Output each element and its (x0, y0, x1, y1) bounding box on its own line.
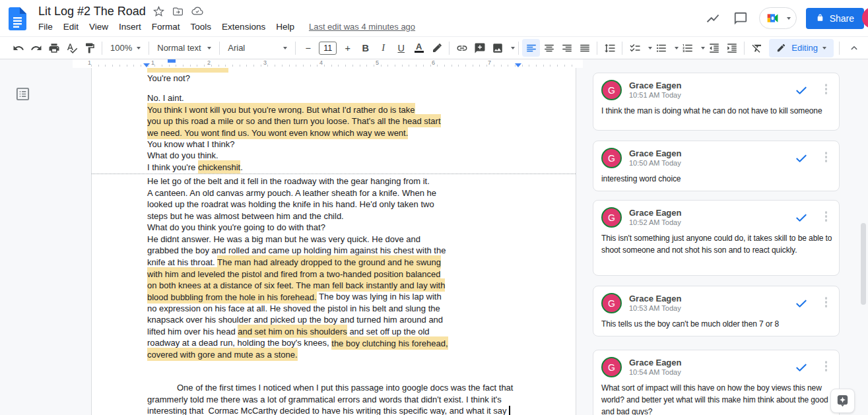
comment-options-button[interactable] (824, 150, 829, 164)
print-button[interactable] (45, 39, 63, 57)
insert-link-button[interactable] (453, 39, 471, 57)
resolve-comment-button[interactable] (794, 83, 809, 98)
comment-timestamp: 10:51 AM Today (629, 91, 682, 100)
numbered-list-button[interactable] (679, 39, 696, 57)
decrease-font-size-button[interactable]: − (299, 39, 317, 57)
comment-card[interactable]: GGrace Eagen10:52 AM TodayThis isn't som… (593, 200, 840, 276)
font-select[interactable]: Arial (223, 40, 292, 57)
comment-timestamp: 10:50 AM Today (629, 159, 682, 168)
resolve-comment-button[interactable] (794, 296, 809, 311)
paragraph-styles-select[interactable]: Normal text (152, 40, 216, 57)
decrease-indent-button[interactable] (705, 39, 723, 57)
left-margin-marker[interactable] (143, 63, 150, 67)
doc-line: A canteen. An old canvas army pouch. A l… (92, 187, 576, 199)
highlighted-text: covered with gore and mute as a stone. (147, 348, 298, 361)
resolve-comment-button[interactable] (794, 360, 809, 375)
doc-line: You know what I think? (92, 139, 576, 150)
ruler-number: 3 (263, 60, 267, 66)
highlight-color-button[interactable] (428, 39, 446, 57)
doc-line: No. I aint. (92, 92, 576, 104)
comment-timestamp: 10:53 AM Today (629, 304, 682, 313)
highlighted-text: blood bubbling from the hole in his fore… (147, 290, 317, 303)
bold-button[interactable]: B (356, 39, 374, 57)
resolve-comment-button[interactable] (794, 210, 809, 225)
chevron-down-icon (137, 47, 141, 49)
increase-font-size-button[interactable]: + (339, 39, 356, 57)
docs-logo-icon[interactable] (9, 7, 26, 30)
underline-button[interactable]: U (392, 39, 410, 57)
comment-options-button[interactable] (824, 82, 829, 96)
ruler[interactable]: 11234567 (73, 59, 583, 68)
redo-button[interactable] (27, 39, 45, 57)
resolve-comment-button[interactable] (794, 151, 809, 166)
menu-tools[interactable]: Tools (185, 20, 217, 34)
comment-card[interactable]: GGrace Eagen10:53 AM TodayThis tells us … (593, 286, 840, 336)
cloud-saved-icon[interactable] (191, 5, 203, 17)
paint-format-button[interactable] (81, 39, 98, 57)
right-margin-marker[interactable] (515, 63, 521, 67)
commenter-avatar: G (601, 207, 622, 228)
meet-call-button[interactable] (759, 7, 797, 29)
bulleted-list-button[interactable] (652, 39, 670, 57)
increase-indent-button[interactable] (723, 39, 741, 57)
menu-bar: FileEditViewInsertFormatToolsExtensionsH… (38, 20, 300, 34)
align-center-button[interactable] (540, 39, 558, 57)
zoom-select[interactable]: 100% (106, 40, 145, 57)
text-color-button[interactable]: A (410, 39, 428, 57)
first-line-indent-marker[interactable] (168, 59, 176, 63)
menu-help[interactable]: Help (271, 20, 300, 34)
chevron-down-icon[interactable] (511, 47, 515, 49)
ruler-number: 4 (319, 60, 323, 66)
highlighted-text: on both knees at a distance of six feet.… (147, 278, 445, 292)
activity-icon[interactable] (704, 9, 722, 28)
clear-formatting-button[interactable] (748, 39, 766, 57)
insert-image-button[interactable] (488, 39, 506, 57)
toolbar-divider (149, 42, 149, 55)
menu-insert[interactable]: Insert (114, 20, 147, 34)
comment-options-button[interactable] (824, 360, 829, 373)
undo-button[interactable] (9, 39, 27, 57)
comment-card[interactable]: GGrace Eagen10:54 AM TodayWhat sort of i… (593, 350, 840, 415)
ruler-number: 5 (376, 60, 379, 66)
spellcheck-button[interactable] (63, 39, 81, 57)
mode-button[interactable]: Editing (769, 39, 834, 57)
open-comments-icon[interactable] (731, 9, 750, 28)
menu-view[interactable]: View (84, 20, 114, 34)
highlighted-text: and set him on his shoulders (238, 325, 347, 338)
move-folder-icon[interactable] (172, 5, 184, 17)
check-icon (795, 297, 808, 310)
comment-card[interactable]: GGrace Eagen10:50 AM Todayinteresting wo… (593, 141, 840, 191)
align-right-button[interactable] (558, 39, 576, 57)
add-comment-button[interactable] (471, 39, 488, 57)
last-edit-link[interactable]: Last edit was 4 minutes ago (309, 22, 415, 32)
toolbar-divider (744, 42, 745, 55)
share-button[interactable]: Share (806, 8, 864, 29)
document-page[interactable]: You're not?No. I aint.You think I wont k… (91, 68, 576, 415)
sparkle-marker-button[interactable] (830, 389, 855, 413)
scrollbar-thumb[interactable] (861, 223, 866, 305)
star-icon[interactable] (153, 5, 165, 17)
highlighted-text: you up this road a mile or so and then t… (147, 114, 441, 127)
checklist-button[interactable] (626, 39, 644, 57)
doc-line: steps but he was almost between him and … (92, 210, 576, 222)
comment-options-button[interactable] (824, 296, 829, 309)
doc-line: knife at his throat. The man had already… (92, 257, 576, 269)
doc-line (92, 371, 576, 382)
align-left-button[interactable] (522, 39, 540, 57)
line-spacing-button[interactable] (601, 39, 618, 57)
doc-line: with him and leveled the pistol and fire… (92, 268, 576, 280)
comment-options-button[interactable] (824, 210, 829, 223)
document-title[interactable]: Lit Log #2 The Road (38, 5, 146, 18)
doc-line (92, 84, 576, 92)
collapse-toolbar-button[interactable] (845, 39, 863, 57)
menu-extensions[interactable]: Extensions (217, 20, 271, 34)
check-icon (795, 211, 808, 224)
show-outline-button[interactable] (14, 85, 31, 102)
menu-format[interactable]: Format (147, 20, 185, 34)
comment-card[interactable]: GGrace Eagen10:51 AM TodayI think the ma… (593, 73, 840, 131)
menu-edit[interactable]: Edit (58, 20, 84, 34)
italic-button[interactable]: I (374, 39, 392, 57)
menu-file[interactable]: File (38, 20, 58, 34)
justify-button[interactable] (576, 39, 593, 57)
font-size-value[interactable]: 11 (319, 42, 337, 55)
